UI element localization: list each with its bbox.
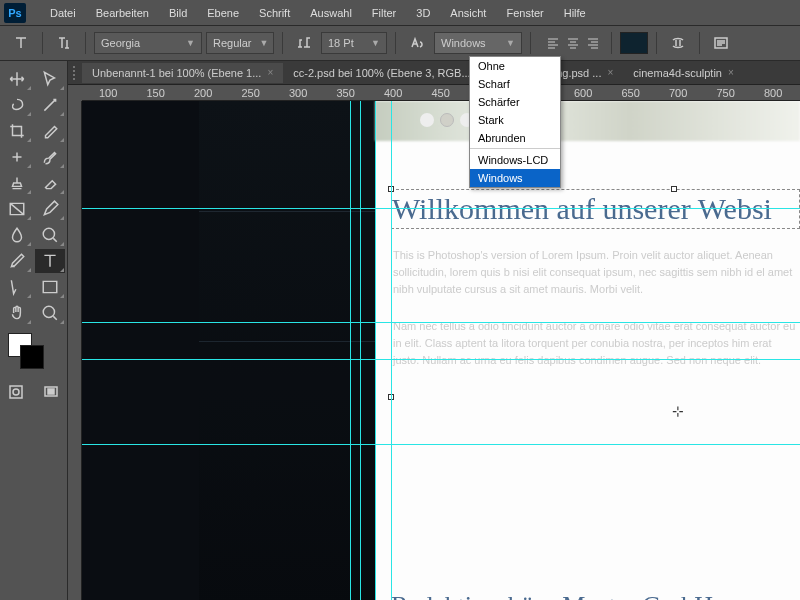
lasso-tool[interactable]: [2, 93, 32, 117]
svg-rect-1: [10, 386, 22, 398]
sub-heading[interactable]: Redaktionsbüro Muster GmbH: [391, 591, 713, 600]
ruler-vertical[interactable]: [68, 101, 82, 600]
antialias-combo[interactable]: Windows▼: [434, 32, 522, 54]
align-right-button[interactable]: [583, 32, 603, 54]
menu-bild[interactable]: Bild: [159, 7, 197, 19]
dark-background-layer: [199, 101, 375, 600]
text-orientation-icon[interactable]: [51, 32, 77, 54]
guide-vertical[interactable]: [391, 101, 392, 600]
svg-point-2: [13, 389, 19, 395]
menu-auswahl[interactable]: Auswahl: [300, 7, 362, 19]
svg-rect-4: [48, 389, 54, 394]
document-tab[interactable]: cinema4d-sculptin×: [623, 63, 744, 83]
guide-vertical[interactable]: [360, 101, 361, 600]
document-tab[interactable]: Unbenannt-1 bei 100% (Ebene 1... ×: [82, 63, 283, 83]
screenmode-icon[interactable]: [43, 381, 60, 403]
paragraph-panel-icon[interactable]: [708, 32, 734, 54]
menu-ansicht[interactable]: Ansicht: [440, 7, 496, 19]
color-swatches[interactable]: [0, 327, 67, 375]
align-left-button[interactable]: [543, 32, 563, 54]
zoom2-tool[interactable]: [35, 301, 65, 325]
path-tool[interactable]: [2, 275, 32, 299]
eyedrop-tool[interactable]: [35, 119, 65, 143]
document-tab[interactable]: cc-2.psd bei 100% (Ebene 3, RGB... ×: [283, 63, 492, 83]
dropdown-item[interactable]: Ohne: [470, 57, 560, 75]
move-tool[interactable]: [2, 67, 32, 91]
guide-vertical[interactable]: [350, 101, 351, 600]
menu-bar: Ps DateiBearbeitenBildEbeneSchriftAuswah…: [0, 0, 800, 26]
pencil-tool[interactable]: [2, 249, 32, 273]
close-icon[interactable]: ×: [267, 67, 273, 78]
pen-tool[interactable]: [35, 197, 65, 221]
body-text[interactable]: This is Photoshop's version of Lorem Ips…: [391, 247, 800, 369]
wand-tool[interactable]: [35, 93, 65, 117]
antialias-dropdown[interactable]: OhneScharfSchärferStarkAbrunden Windows-…: [469, 56, 561, 188]
hand-tool[interactable]: [2, 301, 32, 325]
guide-horizontal[interactable]: [82, 208, 800, 209]
tools-panel: [0, 61, 68, 600]
type-tool[interactable]: [35, 249, 65, 273]
menu-hilfe[interactable]: Hilfe: [554, 7, 596, 19]
text-color-swatch[interactable]: [620, 32, 648, 54]
type-tool-icon: [8, 32, 34, 54]
close-icon[interactable]: ×: [728, 67, 734, 78]
grad-tool[interactable]: [2, 197, 32, 221]
dropdown-item[interactable]: Scharf: [470, 75, 560, 93]
font-size-combo[interactable]: 18 Pt▼: [321, 32, 387, 54]
shape-tool[interactable]: [35, 275, 65, 299]
close-icon[interactable]: ×: [607, 67, 613, 78]
text-caret-icon: ⊹: [672, 403, 684, 420]
menu-filter[interactable]: Filter: [362, 7, 406, 19]
quickmask-icon[interactable]: [8, 381, 25, 403]
eraser-tool[interactable]: [35, 171, 65, 195]
align-center-button[interactable]: [563, 32, 583, 54]
text-align-group: [543, 32, 603, 54]
dropdown-item[interactable]: Windows-LCD: [470, 151, 560, 169]
dropdown-item[interactable]: Schärfer: [470, 93, 560, 111]
warp-text-icon[interactable]: [665, 32, 691, 54]
heal-tool[interactable]: [2, 145, 32, 169]
brush-tool[interactable]: [35, 145, 65, 169]
zoom-tool[interactable]: [35, 223, 65, 247]
menu-datei[interactable]: Datei: [40, 7, 86, 19]
ruler-horizontal[interactable]: 1001502002503003504004505005506006507007…: [82, 85, 800, 101]
menu-3d[interactable]: 3D: [406, 7, 440, 19]
guide-horizontal[interactable]: [82, 359, 800, 360]
options-bar: Georgia▼ Regular▼ 18 Pt▼ Windows▼: [0, 26, 800, 61]
font-family-combo[interactable]: Georgia▼: [94, 32, 202, 54]
document-tabs: Unbenannt-1 bei 100% (Ebene 1... ×cc-2.p…: [68, 61, 800, 85]
stamp-tool[interactable]: [2, 171, 32, 195]
antialias-icon: [404, 32, 430, 54]
menu-fenster[interactable]: Fenster: [496, 7, 553, 19]
background-swatch[interactable]: [20, 345, 44, 369]
font-size-icon: [291, 32, 317, 54]
drag-handle-icon[interactable]: [68, 61, 80, 85]
menu-bearbeiten[interactable]: Bearbeiten: [86, 7, 159, 19]
menu-ebene[interactable]: Ebene: [197, 7, 249, 19]
font-weight-combo[interactable]: Regular▼: [206, 32, 274, 54]
blur-tool[interactable]: [2, 223, 32, 247]
dropdown-item[interactable]: Windows: [470, 169, 560, 187]
arrow-tool[interactable]: [35, 67, 65, 91]
guide-vertical[interactable]: [375, 101, 376, 600]
canvas[interactable]: Willkommen auf unserer Websi This is Pho…: [82, 101, 800, 600]
dropdown-item[interactable]: Abrunden: [470, 129, 560, 149]
app-logo: Ps: [4, 3, 26, 23]
guide-horizontal[interactable]: [82, 322, 800, 323]
guide-horizontal[interactable]: [82, 444, 800, 445]
dropdown-item[interactable]: Stark: [470, 111, 560, 129]
headline-text[interactable]: Willkommen auf unserer Websi: [391, 189, 800, 229]
menu-schrift[interactable]: Schrift: [249, 7, 300, 19]
crop-tool[interactable]: [2, 119, 32, 143]
